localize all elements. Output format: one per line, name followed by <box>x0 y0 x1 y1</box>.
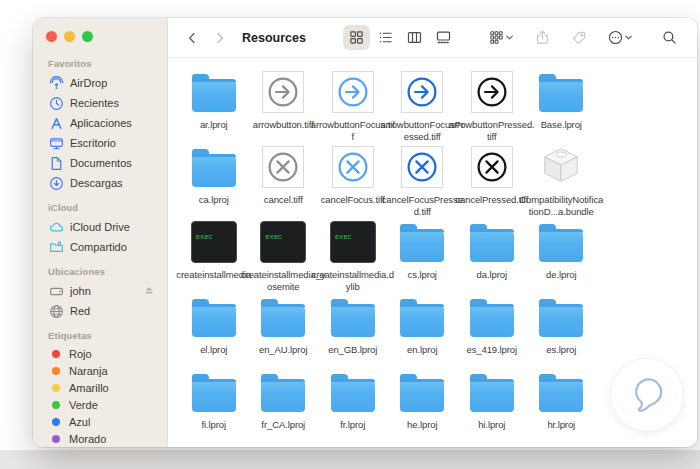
sidebar-item-tag-azul[interactable]: Azul <box>46 413 157 430</box>
forward-button[interactable] <box>206 25 234 51</box>
sidebar-item-documentos[interactable]: Documentos <box>46 153 157 173</box>
cloud-icon <box>49 220 64 235</box>
sidebar-item-label: Naranja <box>69 365 108 377</box>
sidebar-item-descargas[interactable]: Descargas <box>46 173 157 193</box>
file-item[interactable]: es.lproj <box>527 293 597 368</box>
sidebar-item-john[interactable]: john <box>46 281 157 301</box>
icon-view-button[interactable] <box>343 25 370 50</box>
group-button[interactable] <box>483 25 519 50</box>
column-view-icon <box>406 29 423 46</box>
file-item[interactable]: arrowbutton.tiff <box>249 68 319 143</box>
folder-icon <box>261 379 305 412</box>
file-item[interactable]: cancelFocusPressed.tiff <box>388 143 458 218</box>
minimize-button[interactable] <box>64 31 75 42</box>
folder-icon <box>192 379 236 412</box>
file-item[interactable]: cancel.tiff <box>249 143 319 218</box>
file-item[interactable]: arrowbuttonFocusPressed.tiff <box>388 68 458 143</box>
list-view-icon <box>377 29 394 46</box>
file-item[interactable]: cancelFocus.tiff <box>318 143 388 218</box>
arrow-button-tiff-icon <box>332 71 374 113</box>
speech-bubble-icon <box>619 367 675 423</box>
shared-folder-icon <box>49 240 64 255</box>
file-item[interactable]: Base.lproj <box>527 68 597 143</box>
document-icon <box>49 156 64 171</box>
folder-icon <box>539 229 583 262</box>
file-item[interactable]: he.lproj <box>388 368 458 443</box>
file-item[interactable]: hi.lproj <box>457 368 527 443</box>
back-button[interactable] <box>178 25 206 51</box>
section-title: Favoritos <box>48 58 157 69</box>
file-item[interactable]: arrowbuttonFocus.tiff <box>318 68 388 143</box>
file-item[interactable]: en_GB.lproj <box>318 293 388 368</box>
sidebar-item-icloud-drive[interactable]: iCloud Drive <box>46 217 157 237</box>
disk-icon <box>49 284 64 299</box>
file-item[interactable]: execcreateinstallmedia.dylib <box>318 218 388 293</box>
eject-icon <box>144 285 154 295</box>
file-item[interactable]: execcreateinstallmedia_yosemite <box>249 218 319 293</box>
sidebar-item-tag-verde[interactable]: Verde <box>46 396 157 413</box>
sidebar-item-tag-naranja[interactable]: Naranja <box>46 362 157 379</box>
file-item[interactable]: cs.lproj <box>388 218 458 293</box>
column-view-button[interactable] <box>401 25 428 50</box>
more-options-button[interactable] <box>602 25 638 50</box>
folder-icon <box>470 304 514 337</box>
sidebar-item-escritorio[interactable]: Escritorio <box>46 133 157 153</box>
file-item[interactable]: de.lproj <box>527 218 597 293</box>
folder-icon <box>400 379 444 412</box>
section-etiquetas: Etiquetas Rojo Naranja Amarillo Verde Az… <box>46 330 157 447</box>
close-button[interactable] <box>46 31 57 42</box>
cancel-button-tiff-icon <box>332 146 374 188</box>
sidebar-item-label: Rojo <box>69 348 92 360</box>
file-item[interactable]: arrowbuttonPressed.tiff <box>457 68 527 143</box>
share-button[interactable] <box>529 25 556 50</box>
file-item[interactable]: execcreateinstallmedia <box>179 218 249 293</box>
sidebar-item-red[interactable]: Red <box>46 301 157 321</box>
search-icon <box>661 29 678 46</box>
folder-icon <box>192 304 236 337</box>
sidebar-item-label: Verde <box>69 399 98 411</box>
exec-icon: exec <box>191 221 237 263</box>
file-item[interactable]: CompatibilityNotificationD...a.bundle <box>527 143 597 218</box>
exec-icon: exec <box>330 221 376 263</box>
share-icon <box>534 29 551 46</box>
sidebar-item-compartido[interactable]: Compartido <box>46 237 157 257</box>
tag-color-dot <box>52 435 60 443</box>
gallery-view-button[interactable] <box>430 25 457 50</box>
chevron-right-icon <box>211 29 229 47</box>
tag-button[interactable] <box>566 26 592 50</box>
sidebar-item-tag-rojo[interactable]: Rojo <box>46 345 157 362</box>
list-view-button[interactable] <box>372 25 399 50</box>
file-item[interactable]: en_AU.lproj <box>249 293 319 368</box>
file-item[interactable]: fi.lproj <box>179 368 249 443</box>
sidebar-item-tag-morado[interactable]: Morado <box>46 430 157 447</box>
section-title: Etiquetas <box>48 330 157 341</box>
file-item[interactable]: en.lproj <box>388 293 458 368</box>
folder-icon <box>400 229 444 262</box>
file-item[interactable]: ca.lproj <box>179 143 249 218</box>
sidebar-item-label: Documentos <box>70 157 132 169</box>
window-title: Resources <box>242 31 306 45</box>
file-item[interactable]: es_419.lproj <box>457 293 527 368</box>
file-item[interactable]: fr.lproj <box>318 368 388 443</box>
download-icon <box>49 176 64 191</box>
file-item[interactable]: da.lproj <box>457 218 527 293</box>
file-item[interactable]: el.lproj <box>179 293 249 368</box>
sidebar-item-recientes[interactable]: Recientes <box>46 93 157 113</box>
cancel-button-tiff-icon <box>262 146 304 188</box>
folder-icon <box>539 379 583 412</box>
chevron-left-icon <box>183 29 201 47</box>
sidebar-item-airdrop[interactable]: AirDrop <box>46 73 157 93</box>
file-item[interactable]: fr_CA.lproj <box>249 368 319 443</box>
folder-icon <box>331 304 375 337</box>
folder-icon <box>331 379 375 412</box>
globe-icon <box>49 304 64 319</box>
file-item[interactable]: hr.lproj <box>527 368 597 443</box>
file-item[interactable]: cancelPressed.tiff <box>457 143 527 218</box>
eject-button[interactable] <box>144 285 154 297</box>
sidebar-item-aplicaciones[interactable]: Aplicaciones <box>46 113 157 133</box>
zoom-button[interactable] <box>82 31 93 42</box>
file-item-label: de.lproj <box>518 269 604 281</box>
file-item[interactable]: ar.lproj <box>179 68 249 143</box>
sidebar-item-tag-amarillo[interactable]: Amarillo <box>46 379 157 396</box>
search-button[interactable] <box>656 25 683 50</box>
